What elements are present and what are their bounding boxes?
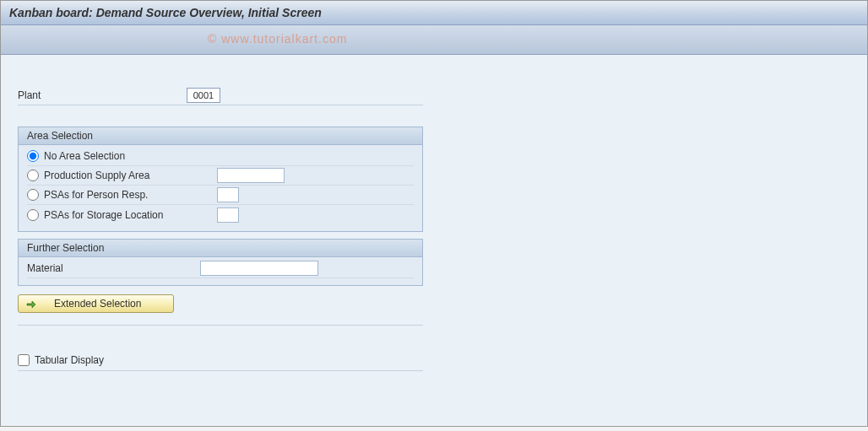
input-psa-storage-location[interactable] (217, 207, 239, 223)
watermark: © www.tutorialkart.com (208, 32, 347, 46)
area-selection-group: Area Selection No Area Selection Product… (18, 127, 423, 232)
tabular-display-label: Tabular Display (35, 354, 104, 366)
execute-arrow-icon (25, 298, 37, 310)
extended-selection-button-label: Extended Selection (54, 298, 141, 310)
button-row: Extended Selection (18, 294, 423, 326)
radio-psa-storage-location[interactable] (27, 209, 39, 221)
radio-row-no-area: No Area Selection (27, 147, 414, 166)
tabular-display-row: Tabular Display (18, 353, 423, 371)
radio-label-psa-person-resp: PSAs for Person Resp. (44, 189, 217, 201)
title-bar: Kanban board: Demand Source Overview, In… (1, 1, 867, 25)
radio-production-supply-area[interactable] (27, 170, 39, 181)
further-selection-body: Material (19, 257, 422, 285)
radio-no-area-selection[interactable] (27, 150, 39, 162)
page-title: Kanban board: Demand Source Overview, In… (9, 6, 322, 19)
radio-label-psa-storage-location: PSAs for Storage Location (44, 209, 217, 221)
input-psa-person-resp[interactable] (217, 187, 239, 202)
plant-input[interactable] (187, 88, 220, 103)
radio-label-no-area-selection: No Area Selection (44, 150, 217, 162)
extended-selection-button[interactable]: Extended Selection (18, 294, 174, 313)
plant-label: Plant (18, 89, 187, 101)
material-input[interactable] (200, 261, 318, 276)
radio-row-prod-supply: Production Supply Area (27, 166, 414, 186)
further-selection-group: Further Selection Material (18, 239, 423, 286)
plant-field-row: Plant (18, 87, 423, 105)
input-production-supply-area[interactable] (217, 168, 285, 183)
material-field-row: Material (27, 259, 414, 278)
radio-psa-person-resp[interactable] (27, 189, 39, 201)
radio-row-psa-storage: PSAs for Storage Location (27, 205, 414, 224)
further-selection-title: Further Selection (19, 240, 422, 257)
toolbar-area: © www.tutorialkart.com (1, 25, 867, 55)
material-label: Material (27, 262, 200, 274)
area-selection-body: No Area Selection Production Supply Area… (19, 145, 422, 231)
radio-row-psa-person: PSAs for Person Resp. (27, 186, 414, 205)
area-selection-title: Area Selection (19, 127, 422, 145)
tabular-display-checkbox[interactable] (18, 354, 30, 366)
content-area: Plant Area Selection No Area Selection P… (1, 55, 867, 426)
main-window: Kanban board: Demand Source Overview, In… (0, 0, 868, 427)
radio-label-production-supply-area: Production Supply Area (44, 170, 217, 181)
